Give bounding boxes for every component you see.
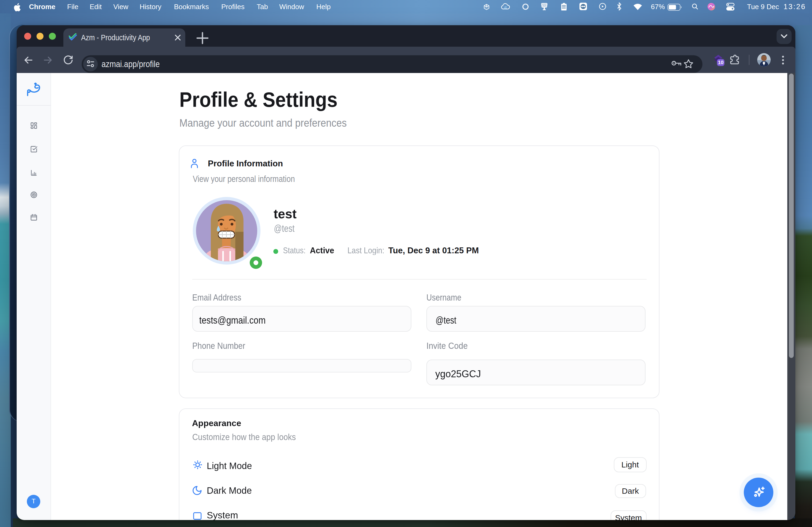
svg-text:10: 10 bbox=[717, 60, 723, 65]
